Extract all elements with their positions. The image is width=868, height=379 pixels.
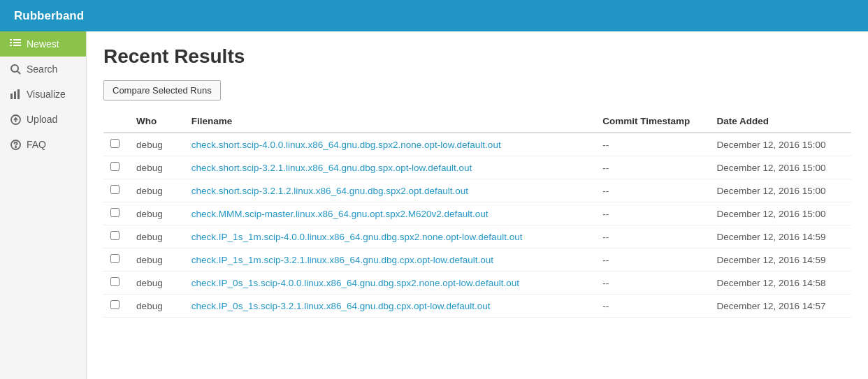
row-date: December 12, 2016 14:58 (709, 272, 851, 295)
row-checkbox[interactable] (110, 139, 120, 148)
svg-rect-0 (10, 39, 12, 40)
sidebar-item-upload[interactable]: Upload (0, 107, 86, 132)
bar-chart-icon (10, 89, 21, 100)
table-row: debugcheck.IP_0s_1s.scip-3.2.1.linux.x86… (103, 295, 851, 318)
compare-button[interactable]: Compare Selected Runs (103, 80, 221, 101)
row-date: December 12, 2016 15:00 (709, 156, 851, 179)
row-checkbox[interactable] (110, 208, 120, 217)
content-area: Recent Results Compare Selected Runs Who… (87, 31, 868, 379)
col-header-checkbox (103, 110, 129, 133)
row-checkbox[interactable] (110, 254, 120, 263)
sidebar: Newest Search Visualize (0, 31, 87, 379)
row-commit: -- (595, 156, 709, 179)
svg-rect-3 (13, 39, 21, 40)
sidebar-item-upload-label: Upload (27, 114, 57, 125)
results-table: Who Filename Commit Timestamp Date Added… (103, 110, 851, 318)
filename-link[interactable]: check.IP_0s_1s.scip-4.0.0.linux.x86_64.g… (191, 278, 519, 288)
row-date: December 12, 2016 15:00 (709, 179, 851, 202)
question-icon (10, 139, 21, 150)
filename-link[interactable]: check.short.scip-3.2.1.linux.x86_64.gnu.… (191, 163, 472, 173)
row-who: debug (129, 225, 185, 248)
sidebar-item-visualize-label: Visualize (27, 89, 66, 100)
row-date: December 12, 2016 15:00 (709, 202, 851, 225)
row-checkbox-cell (103, 272, 129, 295)
row-filename: check.IP_1s_1m.scip-4.0.0.linux.x86_64.g… (185, 225, 596, 248)
table-row: debugcheck.IP_1s_1m.scip-4.0.0.linux.x86… (103, 225, 851, 248)
filename-link[interactable]: check.IP_0s_1s.scip-3.2.1.linux.x86_64.g… (191, 301, 491, 311)
row-date: December 12, 2016 14:59 (709, 225, 851, 248)
filename-link[interactable]: check.MMM.scip-master.linux.x86_64.gnu.o… (191, 209, 489, 219)
svg-point-6 (11, 65, 18, 72)
svg-rect-5 (13, 45, 21, 46)
sidebar-item-faq[interactable]: FAQ (0, 132, 86, 157)
row-who: debug (129, 248, 185, 272)
svg-line-7 (17, 71, 20, 74)
row-checkbox-cell (103, 202, 129, 225)
table-row: debugcheck.short.scip-3.2.1.linux.x86_64… (103, 156, 851, 179)
row-commit: -- (595, 133, 709, 156)
filename-link[interactable]: check.IP_1s_1m.scip-4.0.0.linux.x86_64.g… (191, 232, 523, 242)
table-row: debugcheck.MMM.scip-master.linux.x86_64.… (103, 202, 851, 225)
col-header-who: Who (129, 110, 185, 133)
filename-link[interactable]: check.short.scip-3.2.1.2.linux.x86_64.gn… (191, 186, 468, 196)
row-who: debug (129, 202, 185, 225)
list-icon (10, 38, 21, 50)
sidebar-item-search[interactable]: Search (0, 57, 86, 82)
app-title: Rubberband (14, 9, 84, 23)
row-commit: -- (595, 225, 709, 248)
svg-point-14 (15, 146, 15, 147)
sidebar-item-faq-label: FAQ (27, 139, 46, 150)
sidebar-item-visualize[interactable]: Visualize (0, 82, 86, 107)
table-row: debugcheck.IP_0s_1s.scip-4.0.0.linux.x86… (103, 272, 851, 295)
main-layout: Newest Search Visualize (0, 31, 868, 379)
row-commit: -- (595, 202, 709, 225)
col-header-filename: Filename (185, 110, 596, 133)
filename-link[interactable]: check.short.scip-4.0.0.linux.x86_64.gnu.… (191, 140, 501, 150)
row-filename: check.short.scip-3.2.1.linux.x86_64.gnu.… (185, 156, 596, 179)
row-date: December 12, 2016 14:57 (709, 295, 851, 318)
row-checkbox[interactable] (110, 231, 120, 240)
svg-rect-9 (14, 91, 16, 99)
row-filename: check.MMM.scip-master.linux.x86_64.gnu.o… (185, 202, 596, 225)
row-filename: check.short.scip-4.0.0.linux.x86_64.gnu.… (185, 133, 596, 156)
svg-rect-2 (10, 45, 12, 46)
topbar: Rubberband (0, 0, 868, 31)
row-filename: check.IP_1s_1m.scip-3.2.1.linux.x86_64.g… (185, 248, 596, 272)
row-date: December 12, 2016 15:00 (709, 133, 851, 156)
row-who: debug (129, 179, 185, 202)
filename-link[interactable]: check.IP_1s_1m.scip-3.2.1.linux.x86_64.g… (191, 255, 493, 265)
row-checkbox-cell (103, 225, 129, 248)
row-date: December 12, 2016 14:59 (709, 248, 851, 272)
col-header-date: Date Added (709, 110, 851, 133)
svg-rect-4 (13, 42, 21, 43)
row-who: debug (129, 295, 185, 318)
row-checkbox[interactable] (110, 277, 120, 286)
row-checkbox-cell (103, 248, 129, 272)
row-checkbox-cell (103, 295, 129, 318)
table-row: debugcheck.short.scip-3.2.1.2.linux.x86_… (103, 179, 851, 202)
row-checkbox-cell (103, 179, 129, 202)
row-checkbox[interactable] (110, 300, 120, 309)
sidebar-item-newest[interactable]: Newest (0, 31, 86, 57)
upload-icon (10, 114, 21, 125)
svg-rect-10 (17, 89, 20, 99)
page-title: Recent Results (103, 45, 851, 68)
search-icon (10, 64, 21, 75)
sidebar-item-newest-label: Newest (27, 38, 59, 50)
row-checkbox[interactable] (110, 185, 120, 194)
row-checkbox-cell (103, 156, 129, 179)
row-commit: -- (595, 272, 709, 295)
sidebar-item-search-label: Search (27, 64, 57, 75)
row-checkbox[interactable] (110, 162, 120, 171)
table-row: debugcheck.IP_1s_1m.scip-3.2.1.linux.x86… (103, 248, 851, 272)
row-commit: -- (595, 248, 709, 272)
row-commit: -- (595, 295, 709, 318)
col-header-commit: Commit Timestamp (595, 110, 709, 133)
row-checkbox-cell (103, 133, 129, 156)
svg-rect-8 (10, 94, 13, 99)
svg-rect-1 (10, 42, 12, 43)
table-row: debugcheck.short.scip-4.0.0.linux.x86_64… (103, 133, 851, 156)
row-who: debug (129, 133, 185, 156)
row-who: debug (129, 272, 185, 295)
row-who: debug (129, 156, 185, 179)
